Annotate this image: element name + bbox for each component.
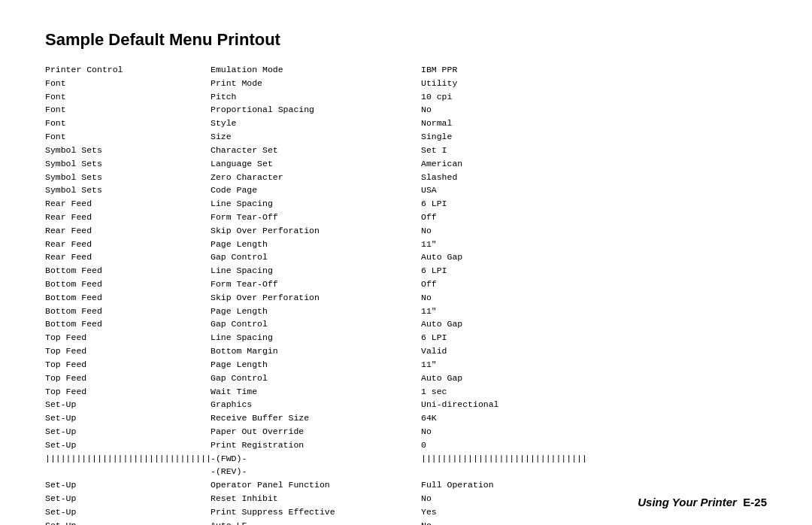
col3-cell: Single (421, 130, 767, 144)
col3-cell: Auto Gap (421, 372, 767, 385)
col2-cell: Size (211, 130, 421, 144)
table-row: Bottom FeedGap ControlAuto Gap (45, 317, 767, 331)
table-row: Set-UpOperator Panel FunctionFull Operat… (45, 478, 767, 492)
col1-cell: Bottom Feed (45, 264, 211, 278)
col2-cell: Code Page (211, 184, 421, 197)
table-row: Set-UpAuto LFNo (45, 519, 767, 525)
col2-cell: Page Length (211, 305, 421, 318)
footer: Using Your Printer E-25 (638, 496, 767, 508)
col2-cell: Operator Panel Function (211, 478, 421, 492)
col1-cell: Set-Up (45, 505, 211, 519)
col3-cell: No (421, 291, 767, 305)
col1-cell: Set-Up (45, 519, 211, 525)
col1-cell: Symbol Sets (45, 184, 211, 197)
col3-cell: Full Operation (421, 478, 767, 492)
col1-cell: Top Feed (45, 385, 211, 399)
table-row: FontStyleNormal (45, 117, 767, 130)
col1-cell: Symbol Sets (45, 171, 211, 184)
col1-cell: Top Feed (45, 372, 211, 385)
table-row: Bottom FeedLine Spacing6 LPI (45, 264, 767, 278)
col3-cell: Valid (421, 344, 767, 358)
table-row: FontPrint ModeUtility (45, 77, 767, 90)
table-row: Symbol SetsCharacter SetSet I (45, 144, 767, 157)
col2-cell: Page Length (211, 358, 421, 372)
col2-cell: Line Spacing (211, 197, 421, 211)
col2-cell: Skip Over Perforation (211, 291, 421, 305)
col1-cell: Set-Up (45, 398, 211, 411)
col1-cell: Symbol Sets (45, 157, 211, 171)
col2-cell: Pitch (211, 90, 421, 104)
table-row: Top FeedWait Time1 sec (45, 385, 767, 399)
table-row: Rear FeedSkip Over PerforationNo (45, 224, 767, 238)
col1-cell: Bottom Feed (45, 317, 211, 331)
col3-cell: No (421, 519, 767, 525)
col1-cell: |||||||||||||||||||||||||||||||| (45, 452, 211, 466)
col3-cell: Utility (421, 77, 767, 90)
col1-cell: Font (45, 103, 211, 117)
col1-cell: Bottom Feed (45, 291, 211, 305)
col1-cell: Rear Feed (45, 211, 211, 224)
col2-cell: Gap Control (211, 250, 421, 264)
col3-cell: 11" (421, 358, 767, 372)
col3-cell: 6 LPI (421, 197, 767, 211)
col2-cell: Page Length (211, 238, 421, 251)
col3-cell: 1 sec (421, 385, 767, 399)
col3-cell: Auto Gap (421, 317, 767, 331)
table-row: Bottom FeedPage Length11" (45, 305, 767, 318)
col3-cell: Set I (421, 144, 767, 157)
col3-cell: 6 LPI (421, 264, 767, 278)
col2-cell: -(FWD)- (211, 452, 421, 466)
table-row: Top FeedPage Length11" (45, 358, 767, 372)
col1-cell: Font (45, 130, 211, 144)
table-row: Set-UpGraphicsUni-directional (45, 398, 767, 411)
col3-cell: 64K (421, 411, 767, 425)
table-row: Rear FeedLine Spacing6 LPI (45, 197, 767, 211)
footer-page: E-25 (743, 496, 767, 508)
col3-cell: 11" (421, 305, 767, 318)
col3-cell: Normal (421, 117, 767, 130)
col2-cell: Auto LF (211, 519, 421, 525)
col1-cell: Set-Up (45, 478, 211, 492)
col3-cell: USA (421, 184, 767, 197)
page-container: Sample Default Menu Printout Printer Con… (0, 0, 812, 525)
table-row: Rear FeedGap ControlAuto Gap (45, 250, 767, 264)
col2-cell: Line Spacing (211, 331, 421, 344)
table-row: Top FeedBottom MarginValid (45, 344, 767, 358)
footer-label: Using Your Printer (638, 496, 737, 508)
col1-cell: Font (45, 117, 211, 130)
col3-cell (421, 465, 767, 478)
col2-cell: Gap Control (211, 372, 421, 385)
col2-cell: Language Set (211, 157, 421, 171)
col1-cell: Top Feed (45, 344, 211, 358)
col1-cell: Top Feed (45, 331, 211, 344)
table-row: Symbol SetsLanguage SetAmerican (45, 157, 767, 171)
col1-cell: Symbol Sets (45, 144, 211, 157)
col2-cell: Print Registration (211, 439, 421, 452)
col1-cell: Rear Feed (45, 197, 211, 211)
col3-cell: Off (421, 211, 767, 224)
col2-cell: Print Suppress Effective (211, 505, 421, 519)
col1-cell: Bottom Feed (45, 305, 211, 318)
col1-cell: Rear Feed (45, 224, 211, 238)
col2-cell: Proportional Spacing (211, 103, 421, 117)
col3-cell: Uni-directional (421, 398, 767, 411)
col1-cell: Rear Feed (45, 238, 211, 251)
table-row: Top FeedGap ControlAuto Gap (45, 372, 767, 385)
col2-cell: Paper Out Override (211, 425, 421, 439)
col2-cell: Gap Control (211, 317, 421, 331)
content-table: Printer ControlEmulation ModeIBM PPRFont… (45, 63, 767, 525)
table-row: Set-UpPrint Registration0 (45, 439, 767, 452)
col2-cell: Wait Time (211, 385, 421, 399)
table-row: FontProportional SpacingNo (45, 103, 767, 117)
table-row: ||||||||||||||||||||||||||||||||-(FWD)-|… (45, 452, 767, 466)
col2-cell: Zero Character (211, 171, 421, 184)
col2-cell: Style (211, 117, 421, 130)
col1-cell: Rear Feed (45, 250, 211, 264)
col1-cell: Set-Up (45, 425, 211, 439)
table-row: Printer ControlEmulation ModeIBM PPR (45, 63, 767, 77)
col1-cell: Set-Up (45, 411, 211, 425)
col3-cell: Slashed (421, 171, 767, 184)
table-row: Bottom FeedSkip Over PerforationNo (45, 291, 767, 305)
col2-cell: Graphics (211, 398, 421, 411)
table-row: Symbol SetsZero CharacterSlashed (45, 171, 767, 184)
